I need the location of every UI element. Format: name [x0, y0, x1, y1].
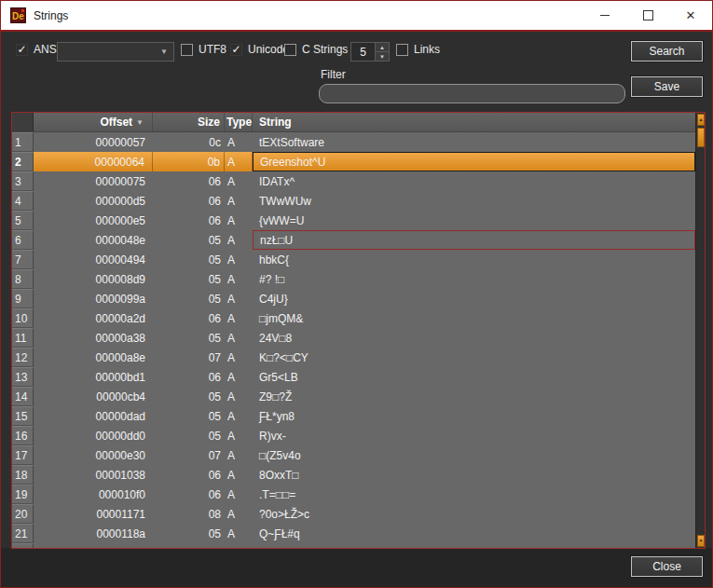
offset-cell[interactable]: 00001038 — [34, 465, 153, 485]
string-cell[interactable]: 24V□8 — [253, 328, 695, 348]
offset-cell[interactable]: 000000d5 — [34, 191, 153, 211]
type-cell[interactable]: A — [225, 308, 253, 328]
utf8-checkbox[interactable]: UTF8 — [181, 43, 226, 56]
offset-cell[interactable]: 000011e0 — [34, 543, 153, 549]
offset-cell[interactable]: 000000e5 — [34, 211, 153, 230]
table-row[interactable]: 5 000000e5 06 A {vWW=U — [12, 211, 695, 230]
table-row[interactable]: 12 00000a8e 07 A K□?<□CY — [12, 348, 695, 367]
encoding-combobox[interactable]: ▼ — [57, 42, 174, 62]
table-row[interactable]: 19 000010f0 06 A .T=□□= — [12, 485, 695, 504]
row-number-cell[interactable]: 7 — [12, 250, 34, 269]
row-number-cell[interactable]: 20 — [12, 504, 34, 524]
row-number-cell[interactable]: 22 — [12, 543, 34, 549]
table-row[interactable]: 13 00000bd1 06 A Gr5<LB — [12, 367, 695, 387]
string-cell[interactable]: Gr5<LB — [253, 367, 695, 387]
type-cell[interactable]: A — [225, 445, 253, 465]
row-number-cell[interactable]: 9 — [12, 289, 34, 308]
column-header-string[interactable]: String — [253, 113, 695, 131]
scroll-down-button[interactable]: ▼ — [697, 535, 705, 547]
offset-cell[interactable]: 00000a2d — [34, 308, 153, 328]
string-cell[interactable]: Greenshot^U — [253, 152, 695, 171]
type-cell[interactable]: A — [225, 367, 253, 387]
row-number-cell[interactable]: 2 — [12, 152, 34, 171]
row-number-cell[interactable]: 4 — [12, 191, 34, 211]
row-number-cell[interactable]: 11 — [12, 328, 34, 348]
string-cell[interactable]: ƑŁ*yn8 — [253, 406, 695, 426]
offset-cell[interactable]: 00000494 — [34, 250, 153, 269]
offset-cell[interactable]: 00001171 — [34, 504, 153, 524]
table-row[interactable]: 10 00000a2d 06 A □jmQM& — [12, 308, 695, 328]
size-cell[interactable]: 06 — [153, 308, 225, 328]
row-number-cell[interactable]: 18 — [12, 465, 34, 485]
table-row[interactable]: 14 00000cb4 05 A Z9□?Ž — [12, 387, 695, 406]
string-cell[interactable]: ?0o>ŁŽ>c — [253, 504, 695, 524]
type-cell[interactable]: A — [225, 269, 253, 289]
table-row[interactable]: 3 00000075 06 A IDATx^ — [12, 171, 695, 191]
links-checkbox[interactable]: Links — [396, 43, 440, 56]
size-cell[interactable]: 05 — [153, 289, 225, 308]
type-cell[interactable]: A — [225, 191, 253, 211]
size-cell[interactable]: 06 — [153, 171, 225, 191]
close-button[interactable]: Close — [631, 556, 703, 577]
row-number-cell[interactable]: 10 — [12, 308, 34, 328]
type-cell[interactable]: A — [225, 348, 253, 367]
offset-cell[interactable]: 00000e30 — [34, 445, 153, 465]
close-window-button[interactable]: ✕ — [669, 1, 712, 30]
save-button[interactable]: Save — [631, 76, 703, 97]
type-cell[interactable]: A — [225, 485, 253, 504]
scrollbar-thumb[interactable] — [697, 128, 705, 147]
table-row[interactable]: 16 00000dd0 05 A R)vx- — [12, 426, 695, 445]
size-cell[interactable]: 05 — [153, 269, 225, 289]
size-cell[interactable]: 05 — [153, 230, 225, 250]
string-cell[interactable]: □jmQM& — [253, 308, 695, 328]
table-row[interactable]: 1 00000057 0c A tEXtSoftware — [12, 132, 695, 152]
type-cell[interactable]: A — [225, 250, 253, 269]
type-cell[interactable]: A — [225, 152, 253, 171]
row-number-cell[interactable]: 8 — [12, 269, 34, 289]
string-cell[interactable]: Z9□?Ž — [253, 387, 695, 406]
size-cell[interactable]: 06 — [153, 465, 225, 485]
size-cell[interactable]: 0b — [153, 152, 225, 171]
row-number-cell[interactable]: 15 — [12, 406, 34, 426]
string-cell[interactable]: tEXtSoftware — [253, 132, 695, 152]
spinner-up-button[interactable]: ▲ — [376, 42, 390, 52]
table-row[interactable]: 9 0000099a 05 A C4jU} — [12, 289, 695, 308]
type-cell[interactable]: A — [225, 171, 253, 191]
offset-cell[interactable]: 0000099a — [34, 289, 153, 308]
filter-input[interactable] — [319, 84, 625, 103]
size-cell[interactable]: 06 — [153, 485, 225, 504]
offset-cell[interactable]: 00000dad — [34, 406, 153, 426]
size-cell[interactable]: 06 — [153, 211, 225, 230]
row-number-cell[interactable]: 21 — [12, 524, 34, 543]
string-cell[interactable]: hbkC{ — [253, 250, 695, 269]
type-cell[interactable]: A — [225, 465, 253, 485]
table-row[interactable]: 22 000011e0 05 A S — [12, 543, 695, 549]
size-cell[interactable]: 05 — [153, 543, 225, 549]
row-number-cell[interactable]: 5 — [12, 211, 34, 230]
offset-cell[interactable]: 00000a38 — [34, 328, 153, 348]
string-cell[interactable]: 8OxxT□ — [253, 465, 695, 485]
row-number-cell[interactable]: 14 — [12, 387, 34, 406]
minimize-button[interactable] — [583, 1, 626, 30]
string-cell[interactable]: K□?<□CY — [253, 348, 695, 367]
string-cell[interactable]: □(Z5v4o — [253, 445, 695, 465]
column-header-offset[interactable]: Offset ▼ — [34, 113, 153, 131]
table-row[interactable]: 17 00000e30 07 A □(Z5v4o — [12, 445, 695, 465]
type-cell[interactable]: A — [225, 328, 253, 348]
table-row[interactable]: 21 0000118a 05 A Q~ƑŁ#q — [12, 524, 695, 543]
string-cell[interactable]: nzŁ□U — [253, 230, 695, 250]
offset-cell[interactable]: 00000dd0 — [34, 426, 153, 445]
column-header-type[interactable]: Type — [225, 113, 253, 131]
type-cell[interactable]: A — [225, 406, 253, 426]
row-number-cell[interactable]: 17 — [12, 445, 34, 465]
offset-cell[interactable]: 00000a8e — [34, 348, 153, 367]
min-length-value[interactable]: 5 — [350, 42, 376, 62]
type-cell[interactable]: A — [225, 211, 253, 230]
scroll-up-button[interactable]: ▲ — [697, 114, 705, 126]
type-cell[interactable]: A — [225, 524, 253, 543]
string-cell[interactable]: .T=□□= — [253, 485, 695, 504]
type-cell[interactable]: A — [225, 504, 253, 524]
offset-cell[interactable]: 00000057 — [34, 132, 153, 152]
size-cell[interactable]: 05 — [153, 406, 225, 426]
row-number-cell[interactable]: 13 — [12, 367, 34, 387]
